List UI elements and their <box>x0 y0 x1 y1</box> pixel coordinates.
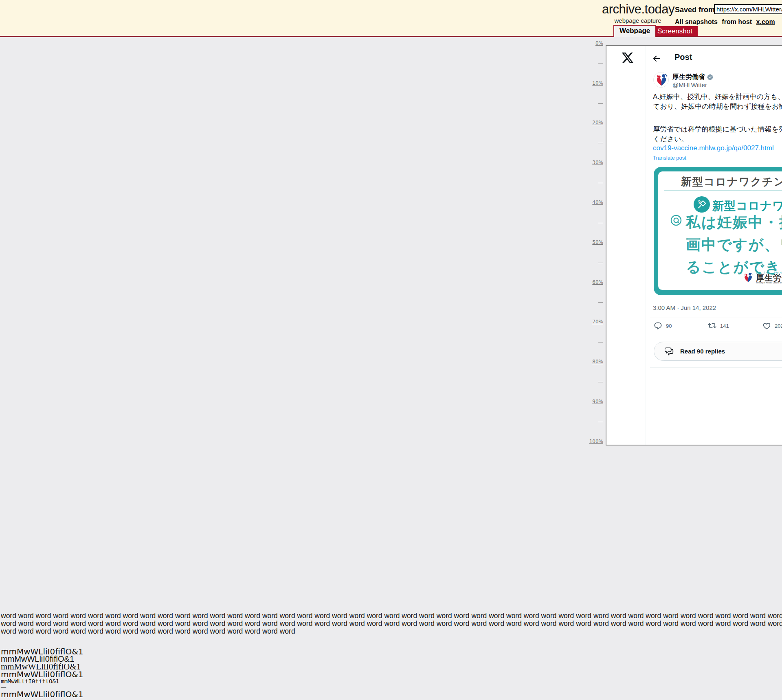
word-text-line: word word word word word word word word … <box>1 619 782 628</box>
mhlw-logo-icon <box>654 72 669 88</box>
ruler-tick: — <box>579 100 603 106</box>
ruler-tick: — <box>579 60 603 66</box>
author-name-row[interactable]: 厚生労働省 <box>672 73 714 81</box>
font-sample-line: mmMwWLliI0fiflO&1 <box>1 689 83 699</box>
page: archive.today webpage capture Saved from… <box>0 0 782 700</box>
like-button[interactable]: 202 <box>762 322 782 330</box>
syringe-icon: ? <box>694 196 710 213</box>
like-count: 202 <box>775 323 782 329</box>
page-title: Post <box>674 53 692 62</box>
tweet-link[interactable]: cov19-vaccine.mhlw.go.jp/qa/0027.html <box>653 144 774 152</box>
ruler-tick: — <box>579 379 603 385</box>
card-q-line: 画中ですが、ワク <box>686 235 782 255</box>
repost-icon <box>708 322 716 330</box>
x-logo-icon[interactable] <box>621 51 634 64</box>
tweet-text-line: ください。 <box>653 134 782 144</box>
mhlw-logo-text: 厚生労働 <box>756 274 782 282</box>
repost-button[interactable]: 141 <box>708 322 729 330</box>
ruler-label-0[interactable]: 0% <box>579 40 603 46</box>
media-card-inner: 新型コロナワクチン ? 新型コロナワク 私は妊娠 <box>658 171 782 290</box>
reply-icon <box>654 322 662 330</box>
host-link[interactable]: x.com <box>756 18 775 25</box>
tweet-text-block: 厚労省では科学的根拠に基づいた情報を発 ください。 <box>653 125 782 144</box>
all-snapshots-label: All snapshots <box>675 18 718 25</box>
ruler-tick: — <box>579 219 603 226</box>
back-icon[interactable] <box>652 54 661 64</box>
from-host-label: from host <box>722 18 752 25</box>
archive-header: archive.today webpage capture Saved from… <box>0 0 782 36</box>
tab-screenshot[interactable]: Screenshot <box>652 26 698 36</box>
snapshots-row: All snapshots from host x.com <box>675 18 775 26</box>
ruler-tick: — <box>579 339 603 345</box>
ruler-label-100[interactable]: 100% <box>579 439 603 444</box>
ruler-tick: — <box>579 180 603 186</box>
reply-count: 90 <box>666 323 672 329</box>
divider <box>650 318 782 318</box>
mhlw-logo-block: ひと、くらし、みらいのため 厚生労働 Ministry of Health, L… <box>742 271 782 284</box>
tweet-text-line: 厚労省では科学的根拠に基づいた情報を発 <box>653 125 782 134</box>
saved-from-label: Saved from <box>675 6 715 14</box>
author-handle: @MHLWitter <box>672 81 707 88</box>
tweet-text-line: ており、妊娠中の時期を問わず接種をお勧 <box>653 102 782 112</box>
read-replies-button[interactable]: Read 90 replies <box>654 342 782 361</box>
author-name: 厚生労働省 <box>672 73 705 81</box>
card-title: 新型コロナワクチン <box>681 175 782 189</box>
ruler-tick: — <box>579 419 603 425</box>
ruler-label-30[interactable]: 30% <box>579 160 603 165</box>
media-card[interactable]: 新型コロナワクチン ? 新型コロナワク 私は妊娠 <box>654 167 782 295</box>
ruler-label-50[interactable]: 50% <box>579 239 603 245</box>
repost-count: 141 <box>720 323 729 329</box>
ruler-label-70[interactable]: 70% <box>579 319 603 325</box>
ruler-label-10[interactable]: 10% <box>579 80 603 86</box>
webpage-capture-tagline: webpage capture <box>602 17 674 24</box>
read-replies-label: Read 90 replies <box>680 348 725 355</box>
card-subtitle: 新型コロナワク <box>712 198 782 214</box>
column-divider <box>646 46 646 445</box>
card-divider <box>664 190 782 191</box>
tab-webpage[interactable]: Webpage <box>613 25 656 37</box>
ruler-label-80[interactable]: 80% <box>579 359 603 364</box>
header-red-divider <box>0 36 782 37</box>
verified-icon <box>707 74 714 81</box>
like-icon <box>762 322 771 330</box>
ruler-label-90[interactable]: 90% <box>579 399 603 404</box>
tweet-text-block: A.妊娠中、授乳中、妊娠を計画中の方も、 ており、妊娠中の時期を問わず接種をお勧 <box>653 92 782 112</box>
ruler-tick: — <box>579 259 603 266</box>
ruler-label-60[interactable]: 60% <box>579 279 603 285</box>
archive-logo-block: archive.today webpage capture <box>602 2 674 24</box>
mhlw-caption-bottom: Ministry of Health, Labour and <box>756 282 782 284</box>
ruler-tick: — <box>579 140 603 146</box>
card-q-line: 私は妊娠中・授乳 <box>686 213 782 233</box>
translate-link[interactable]: Translate post <box>653 155 686 161</box>
font-sample-line: mmMwWLliI0fiflO&1 <box>1 678 59 685</box>
ruler-tick: — <box>579 299 603 305</box>
tweet-text-line: A.妊娠中、授乳中、妊娠を計画中の方も、 <box>653 92 782 102</box>
word-text-line: word word word word word word word word … <box>1 612 782 620</box>
word-text-line: word word word word word word word word … <box>1 627 295 636</box>
mhlw-logo-icon <box>742 272 754 284</box>
replies-icon <box>665 347 674 356</box>
question-icon <box>670 215 682 226</box>
url-input[interactable] <box>714 4 782 14</box>
divider <box>650 367 782 368</box>
ruler-label-40[interactable]: 40% <box>579 200 603 205</box>
avatar[interactable] <box>653 72 669 88</box>
archive-logo[interactable]: archive.today <box>602 2 674 17</box>
ruler-label-20[interactable]: 20% <box>579 120 603 125</box>
reply-button[interactable]: 90 <box>654 322 672 330</box>
timestamp: 3:00 AM · Jun 14, 2022 <box>653 304 716 311</box>
svg-text:?: ? <box>698 200 701 205</box>
tweet-panel: Post 厚生労働省 @MHLWitter A.妊娠中、授乳中、妊娠を計画中の方… <box>606 45 782 445</box>
